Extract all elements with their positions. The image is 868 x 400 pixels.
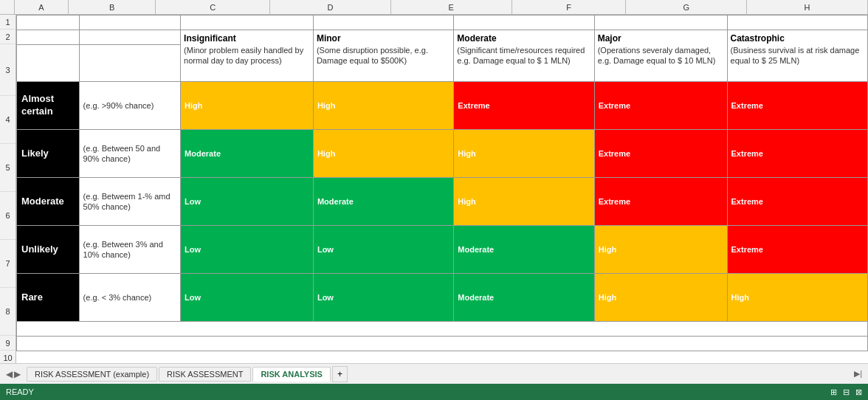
minor-desc: (Some disruption possible, e.g. Damage e… [317,45,450,66]
cell-r-moderate: Moderate [454,274,594,322]
tab-prev-icon[interactable]: ◀ [6,369,13,379]
tab-risk-assessment-example[interactable]: RISK ASSESSMENT (example) [27,367,157,382]
table-wrapper: Insignificant (Minor problem easily hand… [16,15,868,363]
cell-m-moderate: High [454,178,594,226]
table-row-5: Likely (e.g. Between 50 and 90% chance) … [17,130,868,178]
row-num-10: 10 [0,351,16,363]
tab-add-button[interactable]: + [332,366,348,382]
row-num-2: 2 [0,30,16,44]
spreadsheet: A B C D E F G H 1 2 3 4 5 6 7 8 9 10 [0,0,868,400]
grid-wrapper: 1 2 3 4 5 6 7 8 9 10 [0,15,868,363]
table-row-8: Rare (e.g. < 3% chance) Low Low Moderate [17,274,868,322]
cell-u-major: High [594,226,727,274]
moderate-label: Moderate [457,33,590,45]
tab-risk-analysis[interactable]: RISK ANALYSIS [252,367,331,382]
r9-empty [17,322,868,337]
cell-m-major: Extreme [594,178,727,226]
col-header-a: A [15,0,69,14]
col-header-f: F [512,0,627,14]
row-label-moderate: Moderate [17,178,80,226]
col-header-g: G [626,0,747,14]
row-desc-likely: (e.g. Between 50 and 90% chance) [79,130,181,178]
status-right-area: ⊞ ⊟ ⊠ [830,387,862,397]
col-header-c: C [156,0,270,14]
header-minor: Minor (Some disruption possible, e.g. Da… [313,30,453,82]
cell-u-moderate: Moderate [454,226,594,274]
row-label-rare: Rare [17,274,80,322]
row-label-likely: Likely [17,130,80,178]
cell-r-minor: Low [313,274,453,322]
insignificant-label: Insignificant [184,33,310,45]
col-header-h: H [747,0,868,14]
table-row-10 [17,337,868,351]
row-num-8: 8 [0,288,16,336]
tab-next-icon[interactable]: ▶ [14,369,21,379]
cell-m-insignificant: Low [181,178,314,226]
cell-ac-insignificant: High [181,82,314,130]
column-headers: A B C D E F G H [0,0,868,15]
tab-nav-arrows: ◀ ▶ [6,369,21,379]
catastrophic-desc: (Business survival is at risk damage equ… [731,45,864,66]
tab-risk-assessment[interactable]: RISK ASSESSMENT [159,367,251,382]
cell-ac-moderate: Extreme [454,82,594,130]
cell-m-minor: Moderate [313,178,453,226]
status-text: READY [6,387,34,396]
scroll-right-area: ▶| [854,369,862,379]
cell-ac-catastrophic: Extreme [727,82,867,130]
major-label: Major [598,33,724,45]
row-num-9: 9 [0,336,16,351]
r2-c [79,30,181,45]
major-desc: (Operations severaly damaged, e.g. Damag… [598,45,724,66]
cell-u-insignificant: Low [181,226,314,274]
status-view-pagebreak[interactable]: ⊠ [855,387,862,397]
header-moderate: Moderate (Significant time/resources req… [454,30,594,82]
status-view-normal[interactable]: ⊞ [830,387,837,397]
row-numbers: 1 2 3 4 5 6 7 8 9 10 [0,15,16,363]
status-view-page[interactable]: ⊟ [843,387,850,397]
col-header-selector [0,0,15,14]
cell-m-catastrophic: Extreme [727,178,867,226]
r3-c [79,45,181,82]
row-num-7: 7 [0,240,16,288]
cell-r-insignificant: Low [181,274,314,322]
r1-c [79,15,181,30]
row-desc-almost-certain: (e.g. >90% chance) [79,82,181,130]
row-label-almost-certain: Almost certain [17,82,80,130]
scroll-right-icon[interactable]: ▶| [854,369,862,379]
r1-g [594,15,727,30]
cell-u-minor: Low [313,226,453,274]
tab-bar: ◀ ▶ RISK ASSESSMENT (example) RISK ASSES… [0,363,868,384]
table-row-7: Unlikely (e.g. Between 3% and 10% chance… [17,226,868,274]
row-desc-unlikely: (e.g. Between 3% and 10% chance) [79,226,181,274]
r1-d [181,15,314,30]
status-bar: READY ⊞ ⊟ ⊠ [0,384,868,400]
cell-ac-major: Extreme [594,82,727,130]
cell-l-moderate: High [454,130,594,178]
r1-h [727,15,867,30]
table-row-6: Moderate (e.g. Betweem 1-% amd 50% chanc… [17,178,868,226]
table-row-9 [17,322,868,337]
r2-b [17,30,80,45]
r1-e [313,15,453,30]
catastrophic-label: Catastrophic [731,33,864,45]
minor-label: Minor [317,33,450,45]
row-num-4: 4 [0,96,16,144]
cell-l-insignificant: Moderate [181,130,314,178]
r1-b [17,15,80,30]
moderate-desc: (Significant time/resources required e.g… [457,45,590,66]
cell-l-major: Extreme [594,130,727,178]
col-header-d: D [270,0,391,14]
row-num-5: 5 [0,144,16,192]
col-header-b: B [69,0,156,14]
col-header-e: E [391,0,512,14]
table-row-4: Almost certain (e.g. >90% chance) High H… [17,82,868,130]
table-row-1 [17,15,868,30]
row-num-1: 1 [0,15,16,30]
table-row-2: Insignificant (Minor problem easily hand… [17,30,868,45]
row-label-unlikely: Unlikely [17,226,80,274]
r1-f [454,15,594,30]
row-desc-moderate: (e.g. Betweem 1-% amd 50% chance) [79,178,181,226]
risk-matrix-table: Insignificant (Minor problem easily hand… [16,15,868,351]
cell-ac-minor: High [313,82,453,130]
cell-l-catastrophic: Extreme [727,130,867,178]
